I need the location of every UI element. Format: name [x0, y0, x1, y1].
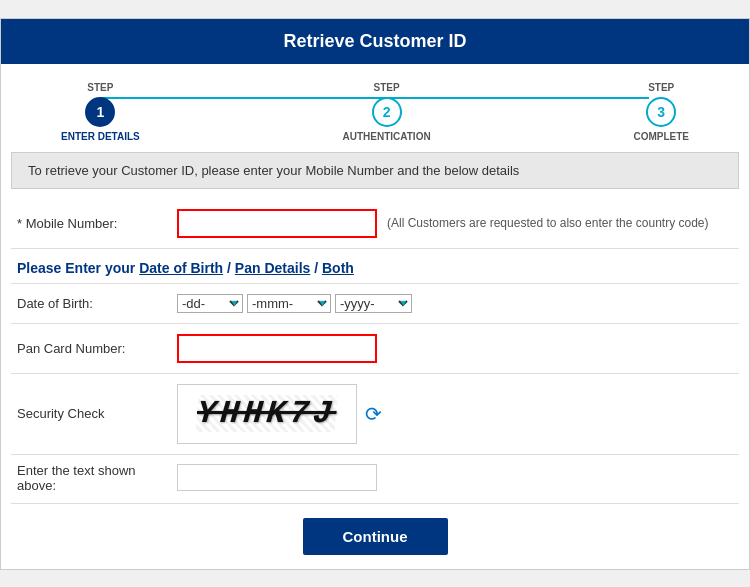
dob-mmm-select[interactable]: -mmm- [247, 294, 331, 313]
mobile-note: (All Customers are requested to also ent… [387, 216, 709, 230]
step3-label-top: STEP [648, 82, 674, 93]
captcha-input-row: Enter the text shown above: [11, 455, 739, 504]
step3-circle: 3 [646, 97, 676, 127]
dob-link[interactable]: Date of Birth [139, 260, 223, 276]
step1-circle: 1 [85, 97, 115, 127]
main-container: Retrieve Customer ID STEP 1 ENTER DETAIL… [0, 18, 750, 570]
refresh-captcha-icon[interactable]: ⟳ [365, 402, 382, 426]
please-enter-row: Please Enter your Date of Birth / Pan De… [11, 249, 739, 284]
stepper: STEP 1 ENTER DETAILS STEP 2 AUTHENTICATI… [1, 64, 749, 152]
dob-label: Date of Birth: [17, 296, 177, 311]
please-enter-prefix: Please Enter your [17, 260, 139, 276]
captcha-image: YHHK7J [177, 384, 357, 444]
mobile-row: * Mobile Number: (All Customers are requ… [11, 199, 739, 249]
separator2: / [314, 260, 322, 276]
dob-row: Date of Birth: -dd- -mmm- -yyyy- [11, 284, 739, 324]
dob-dd-wrapper: -dd- [177, 294, 243, 313]
dob-selects: -dd- -mmm- -yyyy- [177, 294, 412, 313]
mobile-label: * Mobile Number: [17, 216, 177, 231]
pan-row: Pan Card Number: [11, 324, 739, 374]
page-header: Retrieve Customer ID [1, 19, 749, 64]
pan-input[interactable] [177, 334, 377, 363]
step-3: STEP 3 COMPLETE [633, 82, 689, 142]
info-text: To retrieve your Customer ID, please ent… [28, 163, 519, 178]
dob-yyyy-wrapper: -yyyy- [335, 294, 412, 313]
separator1: / [227, 260, 235, 276]
dob-yyyy-select[interactable]: -yyyy- [335, 294, 412, 313]
continue-button[interactable]: Continue [303, 518, 448, 555]
form-section: * Mobile Number: (All Customers are requ… [1, 199, 749, 569]
step1-label-top: STEP [87, 82, 113, 93]
step-1: STEP 1 ENTER DETAILS [61, 82, 140, 142]
captcha-input-label: Enter the text shown above: [17, 463, 177, 493]
dob-mmm-wrapper: -mmm- [247, 294, 331, 313]
security-label: Security Check [17, 406, 177, 421]
please-enter-text: Please Enter your Date of Birth / Pan De… [17, 260, 354, 276]
info-bar: To retrieve your Customer ID, please ent… [11, 152, 739, 189]
step3-label-bottom: COMPLETE [633, 131, 689, 142]
page-title: Retrieve Customer ID [283, 31, 466, 51]
mobile-input[interactable] [177, 209, 377, 238]
pan-link[interactable]: Pan Details [235, 260, 310, 276]
step2-label-bottom: AUTHENTICATION [343, 131, 431, 142]
captcha-text: YHHK7J [196, 395, 338, 432]
step2-circle: 2 [372, 97, 402, 127]
captcha-input[interactable] [177, 464, 377, 491]
step2-label-top: STEP [374, 82, 400, 93]
step1-label-bottom: ENTER DETAILS [61, 131, 140, 142]
both-link[interactable]: Both [322, 260, 354, 276]
step-2: STEP 2 AUTHENTICATION [343, 82, 431, 142]
dob-dd-select[interactable]: -dd- [177, 294, 243, 313]
security-row: Security Check YHHK7J ⟳ [11, 374, 739, 455]
button-row: Continue [11, 504, 739, 569]
pan-label: Pan Card Number: [17, 341, 177, 356]
